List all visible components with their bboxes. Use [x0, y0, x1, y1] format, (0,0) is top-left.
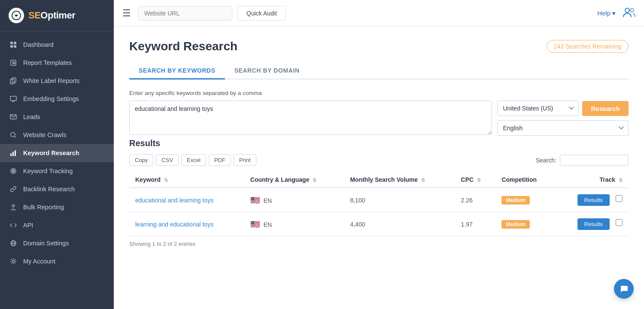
tab-search-by-domain[interactable]: SEARCH BY DOMAIN [225, 63, 309, 80]
sidebar-item-label: Embedding Settings [23, 95, 79, 102]
sidebar-item-embedding[interactable]: Embedding Settings [0, 90, 114, 108]
keyword-link[interactable]: learning and educational toys [135, 221, 213, 228]
users-icon[interactable] [623, 6, 635, 20]
country-language-cell: 🇺🇸 EN [244, 188, 344, 212]
table-search-label: Search: [536, 157, 556, 164]
keyword-textarea[interactable]: educational and learning toys [129, 101, 492, 135]
col-track: Track ⇅ [556, 172, 629, 188]
sidebar-item-keyword-research[interactable]: Keyword Research [0, 144, 114, 162]
lang-code: EN [264, 197, 272, 204]
sidebar-item-label: Keyword Tracking [23, 168, 73, 174]
results-title: Results [129, 138, 629, 148]
sort-icon[interactable]: ⇅ [313, 177, 316, 183]
svg-point-27 [12, 260, 15, 263]
sidebar-item-label: Website Crawls [23, 132, 66, 138]
sidebar-item-website-crawls[interactable]: Website Crawls [0, 126, 114, 144]
table-row: learning and educational toys 🇺🇸 EN 4,40… [129, 212, 629, 236]
svg-rect-4 [14, 45, 16, 48]
url-input[interactable] [138, 6, 232, 21]
export-row: Copy CSV Excel PDF Print Search: [129, 154, 629, 166]
code-icon [9, 222, 17, 229]
sidebar-item-report-templates[interactable]: Report Templates [0, 54, 114, 72]
sidebar-item-my-account[interactable]: My Account [0, 252, 114, 270]
svg-rect-10 [10, 96, 16, 101]
sort-icon[interactable]: ⇅ [164, 177, 168, 183]
sort-icon[interactable]: ⇅ [421, 177, 425, 183]
language-select[interactable]: English Spanish French German [497, 120, 629, 136]
grid-icon [9, 41, 17, 48]
header-right: Help ▾ [597, 6, 635, 20]
excel-button[interactable]: Excel [181, 154, 206, 166]
print-button[interactable]: Print [234, 154, 256, 166]
keyword-form: educational and learning toys United Sta… [129, 101, 629, 136]
sidebar-item-white-label[interactable]: White Label Reports [0, 72, 114, 90]
col-country-language: Country & Language ⇅ [244, 172, 344, 188]
tab-row: SEARCH BY KEYWORDS SEARCH BY DOMAIN [129, 63, 629, 80]
svg-line-15 [15, 136, 16, 138]
showing-text: Showing 1 to 2 of 2 entries [129, 241, 629, 247]
sort-icon[interactable]: ⇅ [477, 177, 481, 183]
sidebar-item-label: White Label Reports [23, 77, 79, 84]
results-button-row1[interactable]: Results [577, 218, 610, 230]
lang-code: EN [264, 221, 272, 228]
svg-point-14 [11, 132, 15, 137]
form-right: United States (US) United Kingdom (UK) C… [497, 101, 629, 136]
svg-rect-2 [14, 42, 16, 44]
results-button-row0[interactable]: Results [577, 194, 610, 206]
sidebar-item-label: Bulk Reporting [23, 204, 64, 211]
competition-badge: Medium [501, 196, 529, 205]
quick-audit-button[interactable]: Quick Audit [237, 6, 286, 21]
monitor-icon [9, 95, 17, 102]
searches-badge: 243 Searches Remaining [547, 40, 629, 53]
sidebar: SEOptimer Dashboard Report Templates Whi… [0, 0, 114, 309]
pdf-button[interactable]: PDF [209, 154, 231, 166]
logo-icon [9, 8, 24, 23]
search-volume-cell: 8,100 [344, 188, 455, 212]
form-instruction: Enter any specific keywords separated by… [129, 90, 629, 96]
competition-cell: Medium [495, 188, 556, 212]
track-checkbox-row0[interactable] [616, 195, 623, 202]
table-row: educational and learning toys 🇺🇸 EN 8,10… [129, 188, 629, 212]
keyword-link[interactable]: educational and learning toys [135, 197, 213, 204]
svg-rect-1 [10, 42, 13, 44]
country-select[interactable]: United States (US) United Kingdom (UK) C… [497, 101, 579, 116]
tab-search-by-keywords[interactable]: SEARCH BY KEYWORDS [129, 63, 225, 80]
sidebar-item-label: Backlink Research [23, 186, 75, 193]
sidebar-item-label: Dashboard [23, 41, 54, 48]
bar-chart-icon [9, 150, 17, 156]
sidebar-item-label: Report Templates [23, 59, 72, 66]
cpc-cell: 1.97 [455, 212, 496, 236]
sidebar-item-domain-settings[interactable]: Domain Settings [0, 234, 114, 252]
sort-icon[interactable]: ⇅ [619, 177, 623, 183]
sidebar-item-label: Leads [23, 113, 40, 120]
header: ☰ Quick Audit Help ▾ [114, 0, 644, 27]
search-icon [9, 132, 17, 138]
main-panel: ☰ Quick Audit Help ▾ Keyword Research 24… [114, 0, 644, 309]
sidebar-item-bulk-reporting[interactable]: Bulk Reporting [0, 198, 114, 216]
csv-button[interactable]: CSV [156, 154, 179, 166]
help-button[interactable]: Help ▾ [597, 9, 616, 17]
logo-text: SEOptimer [28, 10, 75, 21]
hamburger-icon[interactable]: ☰ [122, 8, 131, 19]
sidebar-item-label: API [23, 222, 33, 229]
svg-rect-3 [10, 45, 13, 48]
col-cpc: CPC ⇅ [455, 172, 496, 188]
keyword-cell: learning and educational toys [129, 212, 244, 236]
track-checkbox-row1[interactable] [616, 219, 623, 226]
sidebar-item-dashboard[interactable]: Dashboard [0, 36, 114, 54]
sidebar-item-keyword-tracking[interactable]: Keyword Tracking [0, 162, 114, 180]
sidebar-nav: Dashboard Report Templates White Label R… [0, 31, 114, 309]
research-button[interactable]: Research [582, 101, 629, 116]
sidebar-item-backlink-research[interactable]: Backlink Research [0, 180, 114, 198]
table-search-input[interactable] [560, 155, 629, 166]
settings-icon [9, 258, 17, 265]
svg-point-28 [625, 8, 629, 12]
chat-bubble[interactable] [614, 279, 634, 299]
copy-button[interactable]: Copy [129, 154, 153, 166]
svg-rect-5 [11, 60, 16, 65]
logo[interactable]: SEOptimer [0, 0, 114, 31]
edit-icon [9, 59, 17, 66]
sidebar-item-api[interactable]: API [0, 216, 114, 234]
sidebar-item-leads[interactable]: Leads [0, 108, 114, 126]
results-table: Keyword ⇅ Country & Language ⇅ Monthly S… [129, 172, 629, 236]
